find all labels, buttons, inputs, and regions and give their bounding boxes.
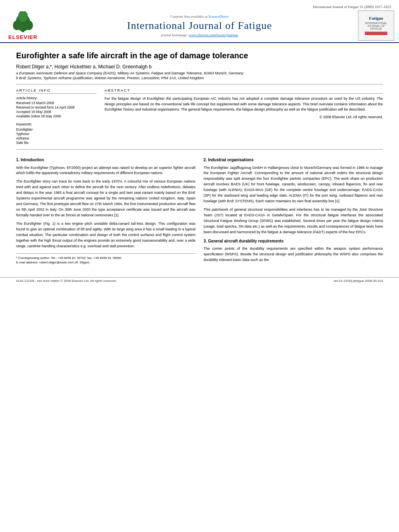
section1-para2: The Eurofighter story can trace its root…	[16, 179, 195, 218]
elsevier-logo: ELSEVIER	[5, 11, 41, 40]
section3-title: 3. General aircraft durability requireme…	[204, 238, 383, 244]
revised-date: Received in revised form 14 April 2008	[16, 105, 97, 109]
abstract-panel: ABSTRACT For the fatigue design of Eurof…	[105, 88, 383, 145]
keyword-2: Typhoon	[16, 132, 97, 136]
article-title: Eurofighter a safe life aircraft in the …	[16, 50, 383, 61]
authors-text: Robert Dilger a,*, Holger Hickethier a, …	[16, 64, 152, 70]
footer-bar: 0142-1123/$ - see front matter © 2008 El…	[0, 277, 399, 284]
footer-issn: 0142-1123/$ - see front matter © 2008 El…	[16, 279, 117, 283]
right-column: 2. Industrial organisations The Eurofigh…	[204, 157, 383, 266]
article-info-heading: ARTICLE INFO	[16, 88, 97, 94]
left-column: 1. Introduction With the Eurofighter (Ty…	[16, 157, 195, 266]
journal-main-title: International Journal of Fatigue	[41, 20, 358, 32]
affiliation-b: b BAE Systems, Typhoon Airframe Qualific…	[16, 76, 383, 80]
svg-point-2	[13, 21, 21, 30]
page: International Journal of Fatigue 31 (200…	[0, 0, 399, 532]
svg-point-3	[25, 21, 33, 30]
sciencedirect-link[interactable]: ScienceDirect	[208, 14, 228, 18]
copyright-line: © 2008 Elsevier Ltd. All rights reserved…	[105, 115, 383, 119]
section3-para1: The corner points of the durability requ…	[204, 246, 383, 263]
elsevier-tree-icon	[11, 11, 35, 33]
elsevier-brand-text: ELSEVIER	[8, 34, 37, 40]
section1-para3: The Eurofighter (Fig. 1) is a two engine…	[16, 221, 195, 249]
keywords-label: Keywords:	[16, 122, 97, 126]
main-content: Eurofighter a safe life aircraft in the …	[0, 43, 399, 274]
section2-para1: The Eurofighter Jagdflugzeug GmbH in Hal…	[204, 165, 383, 205]
footnote-email: E-mail address: robert.dilger@eads.com (…	[16, 260, 195, 265]
abstract-heading: ABSTRACT	[105, 88, 383, 94]
keyword-1: Eurofighter	[16, 127, 97, 131]
section2-para2: This patchwork of general structural res…	[204, 207, 383, 235]
available-date: Available online 28 May 2008	[16, 114, 97, 118]
authors-line: Robert Dilger a,*, Holger Hickethier a, …	[16, 64, 383, 70]
keyword-3: Airframe	[16, 136, 97, 140]
keyword-4: Safe life	[16, 141, 97, 145]
journal-homepage: journal homepage: www.elsevier.com/locat…	[41, 33, 358, 37]
header-content: ELSEVIER Contents lists available at Sci…	[0, 9, 399, 42]
homepage-link[interactable]: www.elsevier.com/locate/ijfatigue	[189, 33, 238, 37]
sciencedirect-line: Contents lists available at ScienceDirec…	[41, 14, 358, 18]
divider-after-abstract	[16, 149, 383, 150]
body-columns: 1. Introduction With the Eurofighter (Ty…	[16, 157, 383, 266]
accepted-date: Accepted 15 May 2008	[16, 110, 97, 114]
journal-header: International Journal of Fatigue 31 (200…	[0, 0, 399, 43]
info-abstract-section: ARTICLE INFO Article history: Received 1…	[16, 88, 383, 145]
article-info-panel: ARTICLE INFO Article history: Received 1…	[16, 88, 97, 145]
divider-after-affiliations	[16, 84, 383, 84]
journal-title-block: Contents lists available at ScienceDirec…	[41, 14, 358, 37]
journal-reference: International Journal of Fatigue 31 (200…	[313, 5, 391, 9]
article-meta-top: International Journal of Fatigue 31 (200…	[0, 3, 399, 9]
section1-para1: With the Eurofighter (Typhoon, EF2000) p…	[16, 165, 195, 177]
abstract-text: For the fatigue design of Eurofighter th…	[105, 96, 383, 113]
footer-doi: doi:10.1016/j.ijfatigue.2008.05.014	[334, 279, 383, 283]
affiliation-a: a European Aeronautic Defence and Space …	[16, 71, 383, 75]
received-date: Received 13 March 2008	[16, 101, 97, 105]
footnote-area: * Corresponding author. Tel.: +49 8459 8…	[16, 253, 195, 265]
section2-title: 2. Industrial organisations	[204, 157, 383, 163]
footnote-corresponding: * Corresponding author. Tel.: +49 8459 8…	[16, 256, 195, 260]
history-label: Article history:	[16, 96, 97, 100]
section1-title: 1. Introduction	[16, 157, 195, 163]
fatigue-logo-box: Fatigue INTERNATIONALJOURNAL OFFATIGUE	[358, 10, 394, 41]
